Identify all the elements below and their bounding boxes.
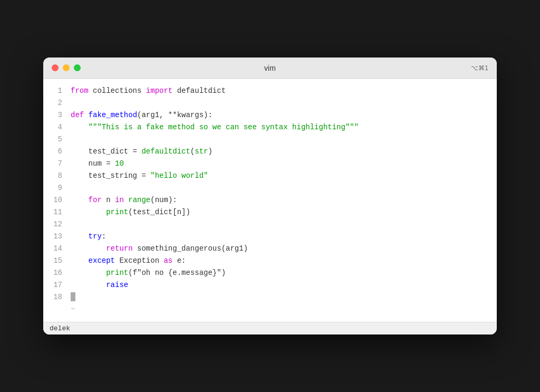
line-num-17: 17 (47, 279, 62, 291)
line-content-17: raise (71, 279, 128, 291)
line-content-11: print(test_dict[n]) (71, 206, 190, 218)
line-2: 2 (43, 97, 497, 109)
status-bar: delek (43, 322, 497, 334)
line-num-12: 12 (47, 218, 62, 230)
line-num-9: 9 (47, 182, 62, 194)
line-num-10: 10 (47, 194, 62, 206)
line-13: 13 try: (43, 231, 497, 243)
line-4: 4 """This is a fake method so we can see… (43, 121, 497, 133)
titlebar: vim ⌥⌘1 (43, 58, 497, 79)
code-editor[interactable]: 1 from collections import defaultdict 2 … (43, 79, 497, 321)
line-content-13: try: (71, 231, 106, 242)
line-content-15: except Exception as e: (71, 255, 186, 266)
keyboard-shortcut: ⌥⌘1 (471, 64, 488, 72)
minimize-button[interactable] (63, 64, 70, 71)
tilde-line: ~ (43, 303, 497, 315)
line-num-5: 5 (47, 133, 62, 145)
line-17: 17 raise (43, 279, 497, 291)
line-content-10: for n in range(num): (71, 194, 177, 206)
line-9: 9 (43, 182, 497, 194)
line-num-11: 11 (47, 206, 62, 218)
line-num-4: 4 (47, 121, 62, 133)
line-6: 6 test_dict = defaultdict(str) (43, 146, 497, 158)
line-content-6: test_dict = defaultdict(str) (71, 146, 213, 157)
cursor (71, 292, 75, 301)
line-num-8: 8 (47, 170, 62, 181)
line-content-1: from collections import defaultdict (71, 85, 226, 97)
line-content-16: print(f"oh no {e.message}") (71, 267, 226, 279)
line-18: 18 (43, 291, 497, 303)
line-content-3: def fake_method(arg1, **kwargs): (71, 109, 213, 121)
line-content-18 (71, 291, 75, 303)
line-7: 7 num = 10 (43, 158, 497, 170)
line-content-14: return something_dangerous(arg1) (71, 243, 248, 254)
line-content-8: test_string = "hello world" (71, 170, 208, 181)
line-16: 16 print(f"oh no {e.message}") (43, 267, 497, 279)
line-num-18: 18 (47, 291, 62, 303)
line-num-7: 7 (47, 158, 62, 169)
line-num-2: 2 (47, 97, 62, 109)
line-10: 10 for n in range(num): (43, 194, 497, 206)
line-12: 12 (43, 218, 497, 231)
line-3: 3 def fake_method(arg1, **kwargs): (43, 109, 497, 121)
line-num-1: 1 (47, 85, 62, 97)
line-num-15: 15 (47, 255, 62, 266)
line-15: 15 except Exception as e: (43, 255, 497, 267)
status-text: delek (50, 324, 70, 332)
line-num-16: 16 (47, 267, 62, 279)
line-5: 5 (43, 133, 497, 146)
maximize-button[interactable] (74, 64, 81, 71)
vim-window: vim ⌥⌘1 1 from collections import defaul… (43, 58, 497, 334)
close-button[interactable] (52, 64, 59, 71)
tilde-char: ~ (71, 303, 75, 315)
window-title: vim (264, 64, 276, 72)
line-content-7: num = 10 (71, 158, 124, 169)
line-content-4: """This is a fake method so we can see s… (71, 121, 359, 133)
line-14: 14 return something_dangerous(arg1) (43, 243, 497, 255)
line-num-13: 13 (47, 231, 62, 242)
line-num-14: 14 (47, 243, 62, 254)
line-1: 1 from collections import defaultdict (43, 85, 497, 97)
traffic-lights (52, 64, 81, 71)
line-8: 8 test_string = "hello world" (43, 170, 497, 182)
line-num-6: 6 (47, 146, 62, 157)
line-num-3: 3 (47, 109, 62, 121)
line-11: 11 print(test_dict[n]) (43, 206, 497, 218)
